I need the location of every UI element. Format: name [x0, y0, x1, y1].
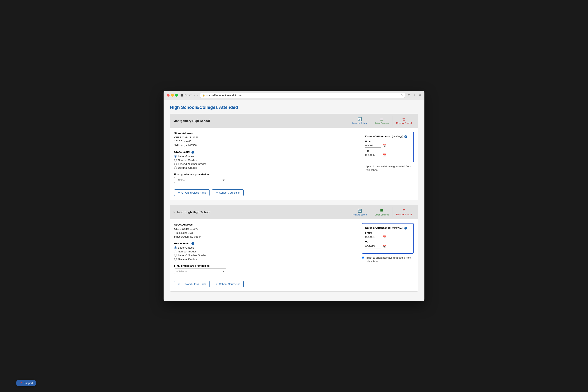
school1-radio-decimal[interactable]: Decimal Grades [174, 166, 358, 169]
browser-chrome: ⬛ Private ‹ › 🔒 srar.selfreportedtranscr… [164, 91, 424, 100]
school2-enter-button[interactable]: ☰ Enter Courses [372, 207, 391, 217]
school2-final-grades-select[interactable]: --Select-- [174, 268, 226, 274]
school1-from-label: From: [365, 140, 410, 143]
school1-replace-button[interactable]: 🔄 Replace School [349, 116, 370, 126]
school2-actions: 🔄 Replace School ☰ Enter Courses 🗑 Remov… [349, 207, 415, 217]
school1-info: Street Address: CEEB Code: 311359 1016 R… [174, 132, 358, 183]
school1-radio-group: Letter Grades Number Grades Letter & Num… [174, 155, 358, 169]
school2-name: Hillsborough High School [173, 210, 210, 214]
school1-from-row: From: 📅 [365, 140, 410, 148]
school2-ceeb: CEEB Code: 310073 [174, 227, 358, 231]
back-arrow[interactable]: ‹ [194, 94, 195, 97]
school2-from-row: From: 📅 [365, 232, 410, 239]
school1-actions: 🔄 Replace School ☰ Enter Courses 🗑 Remov… [349, 116, 415, 126]
maximize-button[interactable] [175, 94, 178, 96]
lock-icon: 🔒 [202, 94, 205, 96]
page-title: High Schools/Colleges Attended [170, 105, 418, 110]
school2-radio-number[interactable]: Number Grades [174, 250, 358, 253]
school1-radio-letter[interactable]: Letter Grades [174, 155, 358, 158]
school1-enter-button[interactable]: ☰ Enter Courses [372, 116, 391, 126]
counselor2-edit-icon: ✏ [216, 282, 218, 286]
school1-graduate-radio[interactable] [362, 165, 364, 167]
school1-enter-label: Enter Courses [375, 122, 389, 124]
school2-from-label: From: [365, 232, 410, 234]
school2-graduate-section: I plan to graduate/have graduated from t… [362, 256, 414, 263]
school2-address-label: Street Address: [174, 223, 358, 226]
page-content: High Schools/Colleges Attended Montgomer… [164, 100, 424, 301]
school1-grade-scale-label: Grade Scale: ? [174, 150, 358, 154]
school2-gpa-button[interactable]: ✏ GPA and Class Rank [174, 281, 210, 287]
school1-ceeb: CEEB Code: 311359 [174, 136, 358, 140]
school2-to-input-row: 📅 [365, 244, 410, 248]
gpa2-edit-icon: ✏ [178, 282, 180, 286]
school2-to-label: To: [365, 241, 410, 244]
remove2-icon: 🗑 [402, 208, 406, 213]
school2-remove-button[interactable]: 🗑 Remove School [393, 207, 415, 217]
gpa-edit-icon: ✏ [178, 191, 180, 194]
url-text: srar.selfreportedtranscript.com [206, 94, 242, 97]
school2-gpa-label: GPA and Class Rank [181, 282, 206, 286]
school2-final-grades-label: Final grades are provided as: [174, 264, 358, 267]
school1-remove-button[interactable]: 🗑 Remove School [393, 116, 415, 126]
new-tab-icon[interactable]: ＋ [413, 93, 416, 98]
school2-radio-decimal[interactable]: Decimal Grades [174, 258, 358, 261]
remove-icon: 🗑 [402, 117, 406, 121]
school1-dates-panel: Dates of Attendance: (mm/yyyy) ? From: 📅 [362, 132, 414, 183]
tabs-icon[interactable]: ⧉ [419, 93, 421, 98]
forward-arrow[interactable]: › [197, 94, 198, 97]
school2-header: Hillsborough High School 🔄 Replace Schoo… [170, 205, 418, 219]
close-button[interactable] [167, 94, 170, 96]
school2-dates-title: Dates of Attendance: (mm/yyyy) ? [365, 226, 410, 230]
school2-counselor-button[interactable]: ✏ School Counselor [212, 281, 244, 287]
school1-to-label: To: [365, 150, 410, 152]
school2-bottom-buttons: ✏ GPA and Class Rank ✏ School Counselor [170, 278, 418, 292]
school1-gpa-button[interactable]: ✏ GPA and Class Rank [174, 189, 210, 196]
grade-scale2-help-icon[interactable]: ? [191, 242, 194, 245]
support-button[interactable]: ❓ Support [16, 380, 36, 386]
school1-address-label: Street Address: [174, 132, 358, 135]
share-icon[interactable]: ⬆ [408, 93, 410, 98]
school1-grade-scale: Grade Scale: ? Letter Grades Number Grad… [174, 150, 358, 169]
school2-body: Street Address: CEEB Code: 310073 466 Ra… [170, 219, 418, 278]
dates-help-icon[interactable]: ? [404, 135, 407, 138]
school2-radio-letter-number[interactable]: Letter & Number Grades [174, 254, 358, 257]
dates2-help-icon[interactable]: ? [404, 227, 407, 230]
school1-counselor-button[interactable]: ✏ School Counselor [212, 189, 244, 196]
school1-from-input[interactable] [365, 144, 381, 148]
school2-remove-label: Remove School [396, 213, 412, 216]
school2-replace-label: Replace School [352, 214, 367, 216]
school2-final-grades: Final grades are provided as: --Select-- [174, 264, 358, 274]
school1-final-grades-label: Final grades are provided as: [174, 173, 358, 176]
support-icon: ❓ [19, 382, 22, 384]
grade-scale-help-icon[interactable]: ? [191, 151, 194, 154]
enter-icon: ☰ [380, 117, 383, 122]
school2-from-calendar-icon[interactable]: 📅 [382, 235, 386, 238]
school1-from-calendar-icon[interactable]: 📅 [382, 144, 386, 147]
school1-dates-box: Dates of Attendance: (mm/yyyy) ? From: 📅 [362, 132, 414, 162]
school1-radio-letter-number[interactable]: Letter & Number Grades [174, 162, 358, 166]
address-bar[interactable]: 🔒 srar.selfreportedtranscript.com ⟳ [200, 93, 405, 98]
school2-graduate-radio[interactable] [362, 256, 364, 259]
school1-body: Street Address: CEEB Code: 311359 1016 R… [170, 128, 418, 187]
reload-icon[interactable]: ⟳ [401, 94, 403, 97]
school1-radio-number[interactable]: Number Grades [174, 159, 358, 162]
support-label: Support [24, 382, 33, 384]
school-section-2: Hillsborough High School 🔄 Replace Schoo… [170, 205, 418, 292]
minimize-button[interactable] [171, 94, 174, 96]
school1-final-grades-select[interactable]: --Select-- [174, 177, 226, 183]
divider3 [371, 207, 371, 217]
school2-dates-box: Dates of Attendance: (mm/yyyy) ? From: 📅 [362, 223, 414, 254]
school1-to-input[interactable] [365, 153, 381, 157]
school1-final-grades: Final grades are provided as: --Select-- [174, 173, 358, 183]
school1-header: Montgomery High School 🔄 Replace School … [170, 114, 418, 128]
school1-to-calendar-icon[interactable]: 📅 [382, 154, 386, 157]
school1-to-row: To: 📅 [365, 150, 410, 157]
school1-from-input-row: 📅 [365, 144, 410, 148]
school2-to-row: To: 📅 [365, 241, 410, 248]
school2-replace-button[interactable]: 🔄 Replace School [349, 207, 370, 217]
school2-to-calendar-icon[interactable]: 📅 [382, 245, 386, 248]
school2-from-input[interactable] [365, 235, 381, 239]
school2-to-input[interactable] [365, 244, 381, 248]
school2-radio-letter[interactable]: Letter Grades [174, 246, 358, 249]
school1-to-input-row: 📅 [365, 153, 410, 157]
